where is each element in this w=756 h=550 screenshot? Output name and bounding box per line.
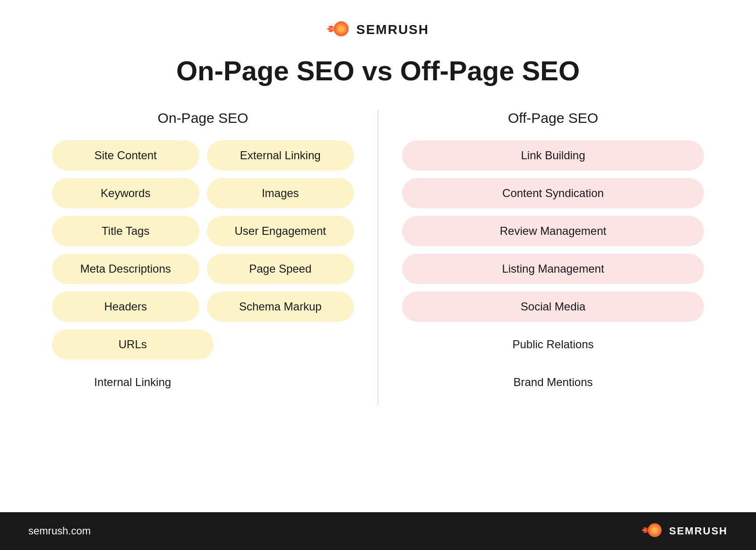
- off-page-pill-brand-mentions: Brand Mentions: [402, 367, 704, 397]
- on-page-column: On-Page SEO Site Content External Linkin…: [38, 110, 368, 405]
- off-page-pill-social-media: Social Media: [402, 292, 704, 322]
- svg-point-2: [338, 26, 344, 32]
- on-page-pill-site-content: Site Content: [52, 140, 199, 171]
- footer-semrush-icon: [642, 521, 664, 541]
- on-page-pill-title-tags: Title Tags: [52, 216, 199, 246]
- column-divider: [378, 110, 378, 405]
- on-page-pill-page-speed: Page Speed: [207, 254, 354, 284]
- off-page-header: Off-Page SEO: [508, 110, 598, 126]
- off-page-pill-listing-management: Listing Management: [402, 254, 704, 284]
- on-page-header: On-Page SEO: [158, 110, 249, 126]
- off-page-pill-public-relations: Public Relations: [402, 329, 704, 360]
- footer: semrush.com SEMRUSH: [0, 512, 756, 550]
- header-logo: SEMRUSH: [327, 19, 429, 41]
- off-page-row-4: Listing Management: [402, 254, 704, 284]
- off-page-pill-review-management: Review Management: [402, 216, 704, 246]
- on-page-pill-keywords: Keywords: [52, 178, 199, 208]
- off-page-column: Off-Page SEO Link Building Content Syndi…: [388, 110, 718, 405]
- off-page-row-2: Content Syndication: [402, 178, 704, 208]
- off-page-row-6: Public Relations: [402, 329, 704, 360]
- footer-brand-text: SEMRUSH: [669, 525, 728, 537]
- page-title: On-Page SEO vs Off-Page SEO: [176, 55, 580, 86]
- on-page-pill-images: Images: [207, 178, 354, 208]
- off-page-pills: Link Building Content Syndication Review…: [388, 140, 718, 405]
- on-page-row-5: Headers Schema Markup: [52, 292, 354, 322]
- off-page-pill-content-syndication: Content Syndication: [402, 178, 704, 208]
- columns-container: On-Page SEO Site Content External Linkin…: [38, 110, 718, 405]
- off-page-pill-link-building: Link Building: [402, 140, 704, 171]
- footer-logo: SEMRUSH: [642, 521, 728, 541]
- on-page-pill-internal-linking: Internal Linking: [52, 367, 214, 397]
- logo-text: SEMRUSH: [356, 22, 429, 37]
- on-page-pill-external-linking: External Linking: [207, 140, 354, 171]
- semrush-logo-icon: [327, 19, 352, 41]
- off-page-row-3: Review Management: [402, 216, 704, 246]
- on-page-pill-headers: Headers: [52, 292, 199, 322]
- on-page-row-4: Meta Descriptions Page Speed: [52, 254, 354, 284]
- on-page-row-7: Internal Linking: [52, 367, 354, 397]
- on-page-pill-schema-markup: Schema Markup: [207, 292, 354, 322]
- off-page-row-7: Brand Mentions: [402, 367, 704, 397]
- svg-point-5: [652, 527, 658, 533]
- on-page-row-1: Site Content External Linking: [52, 140, 354, 171]
- on-page-row-3: Title Tags User Engagement: [52, 216, 354, 246]
- on-page-pill-meta-descriptions: Meta Descriptions: [52, 254, 199, 284]
- off-page-row-5: Social Media: [402, 292, 704, 322]
- off-page-row-1: Link Building: [402, 140, 704, 171]
- on-page-pills: Site Content External Linking Keywords I…: [38, 140, 368, 405]
- on-page-row-2: Keywords Images: [52, 178, 354, 208]
- on-page-row-6: URLs: [52, 329, 354, 360]
- on-page-pill-user-engagement: User Engagement: [207, 216, 354, 246]
- on-page-pill-urls: URLs: [52, 329, 214, 360]
- footer-url: semrush.com: [28, 525, 91, 537]
